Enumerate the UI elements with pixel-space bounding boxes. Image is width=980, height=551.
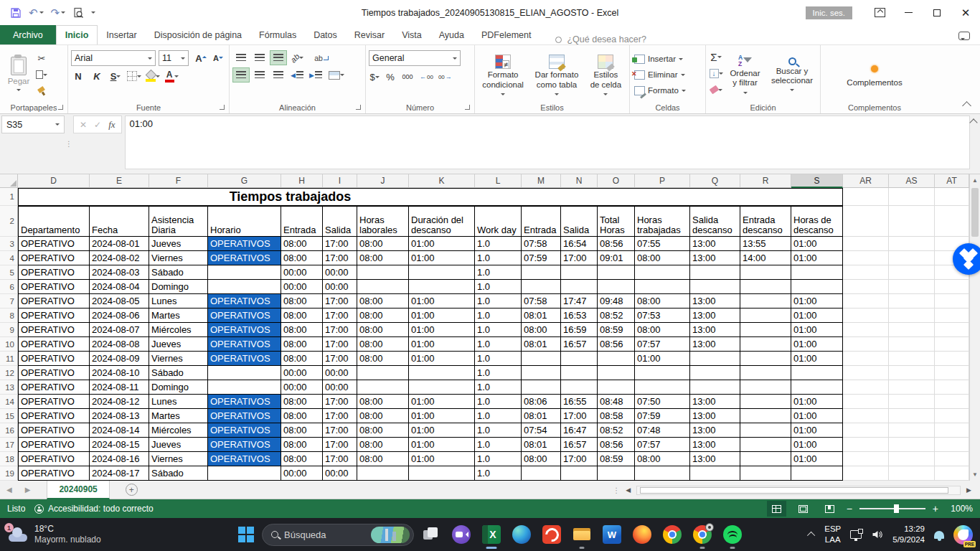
weather-widget[interactable]: 1 18°CMayorm. nublado: [7, 524, 101, 545]
number-format-select[interactable]: General: [369, 50, 461, 66]
hidden-icons-chevron[interactable]: [807, 532, 815, 540]
cell-K12[interactable]: [409, 366, 475, 380]
cell-R9[interactable]: [740, 323, 791, 337]
minimize-button[interactable]: [894, 0, 923, 25]
cell-G18[interactable]: OPERATIVOS: [208, 452, 281, 466]
cell-L6[interactable]: 1.0: [475, 280, 522, 294]
paste-button[interactable]: Pegar: [3, 48, 34, 101]
cell-AR2[interactable]: [843, 206, 889, 237]
scroll-up-arrow[interactable]: ▲: [970, 174, 980, 187]
row-header-5[interactable]: 5: [0, 265, 18, 280]
cell-styles-button[interactable]: Estilos de celda: [585, 51, 626, 101]
insert-cells-button[interactable]: Insertar: [633, 52, 702, 66]
cell-J8[interactable]: 08:00: [357, 309, 409, 323]
cell-K13[interactable]: [409, 380, 475, 395]
comma-format-button[interactable]: 000: [400, 70, 415, 84]
cell-I13[interactable]: 00:00: [323, 380, 357, 395]
cell-N14[interactable]: 16:55: [561, 395, 598, 409]
cell-Q4[interactable]: 13:00: [690, 251, 740, 265]
cell-K16[interactable]: 01:00: [409, 423, 475, 438]
decrease-indent-button[interactable]: ◀: [288, 67, 306, 83]
column-header-E[interactable]: E: [90, 174, 149, 188]
select-all-corner[interactable]: [0, 174, 18, 188]
row-header-15[interactable]: 15: [0, 409, 18, 423]
cell-E6[interactable]: 2024-08-04: [90, 280, 149, 294]
cell-AT18[interactable]: [935, 452, 969, 466]
hscroll-right-arrow[interactable]: ▶: [963, 486, 974, 494]
cell-I9[interactable]: 17:00: [323, 323, 357, 337]
format-painter-button[interactable]: [34, 84, 49, 98]
cell-K17[interactable]: 01:00: [409, 438, 475, 452]
sort-filter-button[interactable]: AZ Ordenar y filtrar: [723, 50, 767, 101]
cell-AS11[interactable]: [889, 352, 935, 366]
zoom-slider[interactable]: [859, 508, 925, 509]
cell-N3[interactable]: 16:54: [561, 237, 598, 251]
cell-AR7[interactable]: [843, 294, 889, 309]
cell-N19[interactable]: [561, 466, 598, 481]
cell-D13[interactable]: OPERATIVO: [18, 380, 90, 395]
cell-I17[interactable]: 17:00: [323, 438, 357, 452]
copilot-icon[interactable]: PRE: [953, 525, 973, 545]
tab-inicio[interactable]: Inicio: [56, 25, 98, 44]
column-header-AR[interactable]: AR: [843, 174, 889, 188]
cell-AR15[interactable]: [843, 409, 889, 423]
cell-P10[interactable]: 07:57: [635, 337, 690, 352]
page-layout-view-button[interactable]: [793, 501, 813, 517]
cell-R2[interactable]: Entrada descanso: [740, 206, 791, 237]
cell-S3[interactable]: 01:00: [791, 237, 843, 251]
cell-D9[interactable]: OPERATIVO: [18, 323, 90, 337]
cell-R8[interactable]: [740, 309, 791, 323]
cell-O13[interactable]: [598, 380, 635, 395]
cell-L8[interactable]: 1.0: [475, 309, 522, 323]
tab-archivo[interactable]: Archivo: [0, 25, 56, 44]
cell-S8[interactable]: 01:00: [791, 309, 843, 323]
cell-AS12[interactable]: [889, 366, 935, 380]
cell-AR10[interactable]: [843, 337, 889, 352]
cell-N5[interactable]: [561, 265, 598, 280]
cell-E15[interactable]: 2024-08-13: [90, 409, 149, 423]
cell-E10[interactable]: 2024-08-08: [90, 337, 149, 352]
underline-button[interactable]: S: [108, 69, 123, 83]
cell-H19[interactable]: 00:00: [281, 466, 323, 481]
column-header-J[interactable]: J: [357, 174, 409, 188]
cell-AR6[interactable]: [843, 280, 889, 294]
cell-I10[interactable]: 17:00: [323, 337, 357, 352]
cell-F12[interactable]: Sábado: [149, 366, 208, 380]
cell-G11[interactable]: OPERATIVOS: [208, 352, 281, 366]
increase-indent-button[interactable]: ▶: [307, 67, 324, 83]
cell-I12[interactable]: 00:00: [323, 366, 357, 380]
horizontal-scrollbar[interactable]: [636, 486, 961, 495]
cell-E12[interactable]: 2024-08-10: [90, 366, 149, 380]
cell-D8[interactable]: OPERATIVO: [18, 309, 90, 323]
spotify-taskbar-icon[interactable]: [723, 525, 742, 544]
align-bottom-button[interactable]: [270, 50, 287, 65]
normal-view-button[interactable]: [767, 501, 786, 517]
cell-H10[interactable]: 08:00: [281, 337, 323, 352]
cell-N15[interactable]: 17:00: [561, 409, 598, 423]
cell-H12[interactable]: 00:00: [281, 366, 323, 380]
cell-J9[interactable]: 08:00: [357, 323, 409, 337]
cell-R12[interactable]: [740, 366, 791, 380]
cell-N6[interactable]: [561, 280, 598, 294]
clear-button[interactable]: [709, 83, 723, 97]
cell-Q16[interactable]: 13:00: [690, 423, 740, 438]
start-button[interactable]: [238, 527, 254, 542]
cell-H11[interactable]: 08:00: [281, 352, 323, 366]
cell-L3[interactable]: 1.0: [475, 237, 522, 251]
cell-AS19[interactable]: [889, 466, 935, 481]
cell-H6[interactable]: 00:00: [281, 280, 323, 294]
cell-AS17[interactable]: [889, 438, 935, 452]
cell-F17[interactable]: Jueves: [149, 438, 208, 452]
cell-M16[interactable]: 07:54: [522, 423, 561, 438]
cell-I2[interactable]: Salida: [323, 206, 357, 237]
cell-H13[interactable]: 00:00: [281, 380, 323, 395]
dialog-launcher-clipboard[interactable]: [58, 105, 63, 110]
cell-M13[interactable]: [522, 380, 561, 395]
fill-button[interactable]: ↓: [709, 66, 723, 80]
cell-D5[interactable]: OPERATIVO: [18, 265, 90, 280]
cell-N11[interactable]: [561, 352, 598, 366]
cell-R3[interactable]: 13:55: [740, 237, 791, 251]
cell-G12[interactable]: [208, 366, 281, 380]
cell-H18[interactable]: 08:00: [281, 452, 323, 466]
cell-O16[interactable]: 08:52: [598, 423, 635, 438]
